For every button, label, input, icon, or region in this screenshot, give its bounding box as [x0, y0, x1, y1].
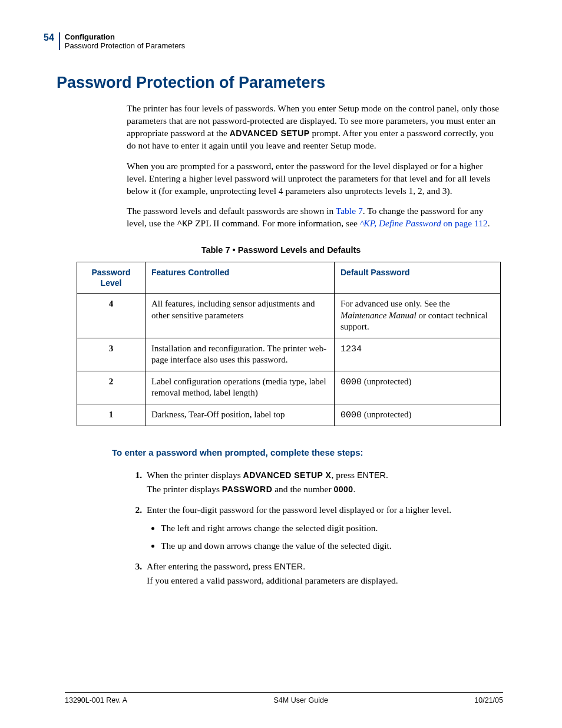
- steps-heading: To enter a password when prompted, compl…: [112, 447, 503, 457]
- step-3: After entering the password, press ENTER…: [144, 559, 503, 587]
- page-number: 54: [44, 32, 59, 43]
- cross-ref-link[interactable]: ^KP, Define Password: [360, 218, 441, 228]
- command-text: ^KP: [177, 219, 193, 229]
- key-name: ENTER: [274, 562, 303, 571]
- lcd-text: PASSWORD: [222, 485, 272, 494]
- key-name: ENTER: [357, 470, 386, 480]
- table-row: 4 All features, including sensor adjustm…: [77, 294, 501, 338]
- page-header: 54 Configuration Password Protection of …: [44, 32, 503, 50]
- table-ref-link[interactable]: Table 7: [336, 206, 363, 216]
- table-row: 2 Label configuration operations (media …: [77, 371, 501, 404]
- password-table: Password Level Features Controlled Defau…: [77, 262, 501, 426]
- th-default: Default Password: [335, 262, 501, 293]
- steps-list: When the printer displays ADVANCED SETUP…: [127, 468, 503, 587]
- page-ref-link[interactable]: on page 112: [444, 218, 488, 228]
- header-section: Password Protection of Parameters: [65, 41, 185, 50]
- step-2: Enter the four-digit password for the pa…: [144, 503, 503, 552]
- page-title: Password Protection of Parameters: [57, 74, 503, 92]
- sub-item: The up and down arrows change the value …: [161, 539, 503, 552]
- th-features: Features Controlled: [146, 262, 335, 293]
- table-row: 1 Darkness, Tear-Off position, label top…: [77, 404, 501, 426]
- footer-right: 10/21/05: [474, 696, 503, 704]
- table-caption: Table 7 • Password Levels and Defaults: [59, 245, 503, 255]
- paragraph-2: When you are prompted for a password, en…: [127, 160, 503, 197]
- lcd-text: ADVANCED SETUP X: [243, 470, 332, 480]
- paragraph-1: The printer has four levels of passwords…: [127, 103, 503, 152]
- paragraph-3: The password levels and default password…: [127, 205, 503, 230]
- lcd-text: 0000: [333, 485, 353, 494]
- page-footer: 13290L-001 Rev. A S4M User Guide 10/21/0…: [65, 692, 503, 704]
- lcd-text: ADVANCED SETUP: [230, 129, 310, 138]
- footer-center: S4M User Guide: [274, 696, 328, 704]
- footer-left: 13290L-001 Rev. A: [65, 696, 127, 704]
- header-chapter: Configuration: [65, 32, 185, 41]
- step-1: When the printer displays ADVANCED SETUP…: [144, 468, 503, 496]
- header-separator: [59, 32, 60, 50]
- table-row: 3 Installation and reconfiguration. The …: [77, 338, 501, 371]
- sub-item: The left and right arrows change the sel…: [161, 521, 503, 535]
- sub-list: The left and right arrows change the sel…: [161, 521, 503, 552]
- th-level: Password Level: [77, 262, 146, 293]
